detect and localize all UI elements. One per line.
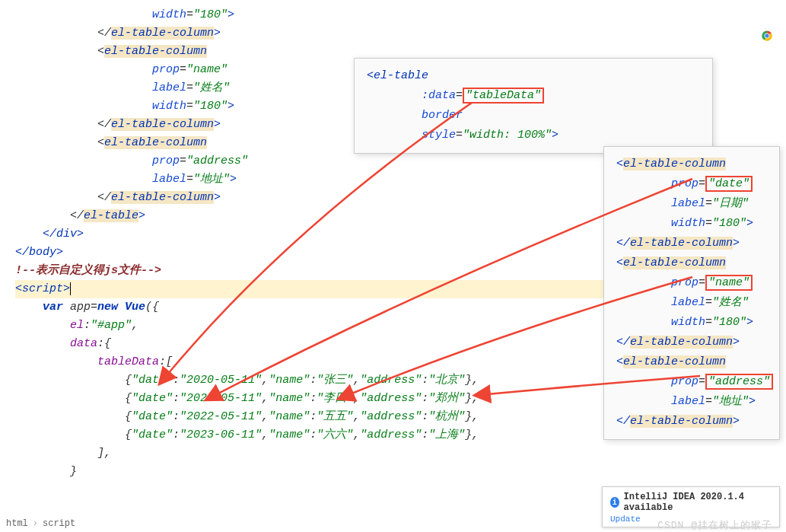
code-line: } (15, 463, 786, 481)
breadcrumb[interactable]: html › script (6, 518, 75, 529)
editor-viewport: width="180"> </el-table-column> <el-tabl… (0, 0, 786, 532)
info-icon: i (610, 497, 619, 508)
notification-title: IntelliJ IDEA 2020.1.4 available (624, 492, 768, 513)
breadcrumb-separator-icon: › (33, 518, 38, 529)
watermark: CSDN @挂在树上的猴子 (657, 518, 772, 532)
annotation-popup-center: <el-table :data="tableData" border style… (354, 58, 713, 154)
annotation-popup-right: <el-table-column prop="date" label="日期" … (603, 146, 780, 440)
code-line: </el-table-column> (15, 24, 786, 43)
breadcrumb-item[interactable]: script (43, 518, 75, 529)
code-line: width="180"> (15, 6, 786, 24)
code-line: ], (15, 444, 786, 463)
breadcrumb-item[interactable]: html (6, 518, 28, 529)
